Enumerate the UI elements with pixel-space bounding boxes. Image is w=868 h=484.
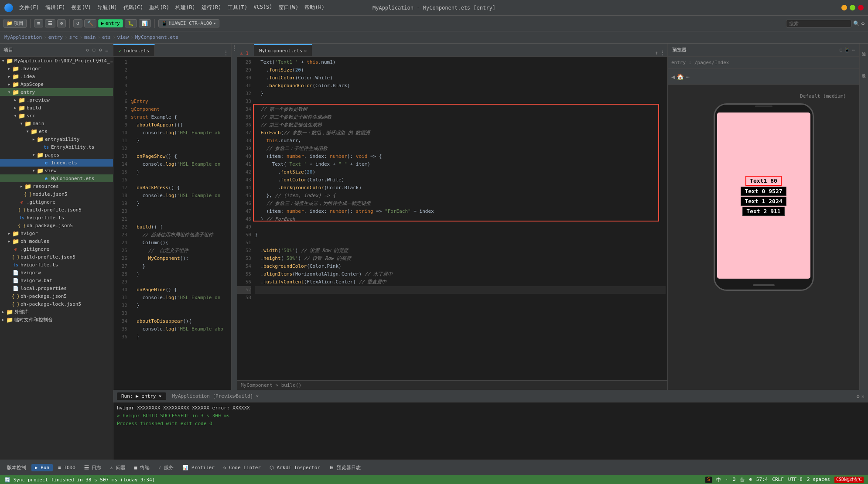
tree-item-oh-package-root[interactable]: { } oh-package.json5 [0, 292, 113, 300]
menu-window[interactable]: 窗口(W) [276, 3, 301, 12]
sidebar-toolbar-filter[interactable]: ⚙ [98, 47, 103, 53]
problems-btn[interactable]: ⚠ 问题 [107, 464, 129, 472]
tree-item-src[interactable]: ▾ 📁 src [0, 112, 113, 119]
tree-item-root-hvigorw-bat[interactable]: 📄 hvigorw.bat [0, 276, 113, 284]
arkui-inspector-btn[interactable]: ⬡ ArkUI Inspector [266, 464, 324, 471]
status-crlf[interactable]: CRLF [772, 477, 784, 483]
tree-item-appscope[interactable]: ▸ 📁 AppScope [0, 80, 113, 88]
tree-item-build[interactable]: ▸ 📁 build [0, 104, 113, 112]
preview-grid-icon[interactable]: ⊞ [840, 47, 843, 53]
tree-item-module-json[interactable]: { } module.json5 [0, 190, 113, 198]
index-tab[interactable]: ✓ Index.ets [113, 44, 155, 56]
search-input[interactable] [786, 20, 851, 27]
profiler-btn[interactable]: 📊 Profiler [179, 464, 218, 471]
breadcrumb-part-6[interactable]: MyComponent.ets [135, 34, 178, 40]
tree-item-root-build-profile[interactable]: { } build-profile.json5 [0, 253, 113, 261]
sidebar-toolbar-expand[interactable]: ⊞ [91, 47, 97, 53]
menu-nav[interactable]: 导航(N) [95, 3, 120, 12]
run-tab[interactable]: Run: ▶ entry × [117, 392, 166, 400]
menu-tools[interactable]: 工具(T) [225, 3, 250, 12]
preview-build-tab[interactable]: MyApplication [PreviewBuild] × [168, 392, 263, 400]
tree-item-resources[interactable]: ▸ 📁 resources [0, 182, 113, 190]
preview-options-icon[interactable]: ⋯ [686, 73, 689, 80]
profile-button[interactable]: 📊 [139, 19, 151, 27]
settings-icon[interactable]: ⚙ [861, 20, 865, 27]
run-btn-bottom[interactable]: ▶ Run [31, 464, 53, 471]
code-linter-btn[interactable]: ◇ Code Linter [220, 464, 264, 471]
preview-device-icon[interactable]: 📱 [844, 47, 850, 53]
tree-item-hvigor[interactable]: ▸ 📁 .hvigor [0, 65, 113, 72]
maximize-button[interactable] [850, 5, 855, 10]
todo-btn[interactable]: ≡ TODO [55, 464, 79, 471]
panel-splitter[interactable] [231, 44, 237, 390]
back-icon[interactable]: ◀ [671, 73, 675, 80]
tree-item-root[interactable]: ▾ 📁 MyApplication D:\002_Project\014_Dev… [0, 57, 113, 65]
status-position[interactable]: 57:4 [756, 477, 768, 483]
mycomp-panel-more[interactable]: ⋮ [660, 49, 666, 56]
tree-item-hvigor-root[interactable]: ▸ 📁 hvigor [0, 229, 113, 237]
tree-item-temp[interactable]: ▸ 📁 临时文件和控制台 [0, 316, 113, 324]
debug-button[interactable]: 🐛 [125, 19, 137, 27]
version-control-btn[interactable]: 版本控制 [3, 464, 30, 472]
tree-item-entry[interactable]: ▾ 📁 entry [0, 88, 113, 96]
tree-item-preview[interactable]: ▸ 📁 .preview [0, 96, 113, 104]
breadcrumb-part-2[interactable]: src [69, 34, 78, 40]
preview-more-icon[interactable]: ⋯ [852, 47, 855, 53]
index-editor-content[interactable]: 12345 678910 1112131415 1617181920 21222… [113, 57, 231, 390]
tree-item-mycomponent[interactable]: e MyComponent.ets [0, 174, 113, 182]
expand-icon[interactable]: ↑ [655, 50, 658, 56]
menu-vcs[interactable]: VCS(S) [251, 3, 275, 12]
hammer-icon[interactable]: 🔨 [84, 19, 96, 27]
toolbar-settings-icon[interactable]: ⚙ [57, 19, 66, 27]
search-icon[interactable]: 🔍 [853, 20, 860, 27]
services-btn[interactable]: ✓ 服务 [155, 464, 177, 472]
breadcrumb-part-5[interactable]: view [117, 34, 129, 40]
tree-item-gitignore[interactable]: ⊘ .gitignore [0, 198, 113, 206]
toolbar-align-icon[interactable]: ≡ [34, 19, 43, 27]
mycomp-tab[interactable]: MyComponent.ets ✕ [254, 44, 312, 56]
tree-item-view[interactable]: ▾ 📁 view [0, 167, 113, 174]
menu-run[interactable]: 运行(R) [199, 3, 224, 12]
menu-help[interactable]: 帮助(H) [302, 3, 327, 12]
status-encoding[interactable]: UTF-8 [788, 477, 803, 483]
menu-bar[interactable]: 文件(F) 编辑(E) 视图(V) 导航(N) 代码(C) 重构(R) 构建(B… [17, 3, 327, 12]
tree-item-ets[interactable]: ▾ 📁 ets [0, 127, 113, 135]
home-icon[interactable]: 🏠 [677, 73, 684, 80]
menu-code[interactable]: 代码(C) [121, 3, 146, 12]
tree-item-root-hvigorw[interactable]: 📄 hvigorw [0, 269, 113, 276]
device-selector[interactable]: 📱 HUAWEI CTR-AL00 ▾ [158, 19, 219, 27]
device-file-browser-icon[interactable]: 设备 [861, 67, 868, 74]
menu-edit[interactable]: 编辑(E) [43, 3, 68, 12]
toolbar-list-icon[interactable]: ☰ [45, 19, 55, 27]
notifications-icon[interactable]: 通知 [861, 45, 868, 52]
preview-log-btn[interactable]: 🖥 预览器日志 [325, 464, 364, 472]
tree-item-oh-package[interactable]: { } oh-package.json5 [0, 222, 113, 229]
status-indent[interactable]: 2 spaces [807, 477, 830, 483]
menu-build[interactable]: 构建(B) [173, 3, 198, 12]
breadcrumb-part-3[interactable]: main [84, 34, 96, 40]
index-panel-more[interactable]: ⋮ [223, 49, 229, 56]
tree-item-oh-modules[interactable]: ▸ 📁 oh_modules [0, 237, 113, 245]
tree-item-idea[interactable]: ▸ 📁 .idea [0, 72, 113, 80]
close-tab-icon[interactable]: ✕ [304, 48, 307, 53]
tree-item-external[interactable]: ▸ 📁 外部库 [0, 308, 113, 316]
breadcrumb-part-4[interactable]: ets [102, 34, 111, 40]
tree-item-root-gitignore[interactable]: ⊘ .gitignore [0, 245, 113, 253]
tree-item-hvigorfile[interactable]: ts hvigorfile.ts [0, 214, 113, 222]
run-button[interactable]: ▶ entry [98, 19, 123, 27]
sidebar-toolbar-sync[interactable]: ↺ [85, 47, 91, 53]
index-code-area[interactable]: @Entry @Component struct Example { about… [129, 57, 231, 390]
project-btn[interactable]: 📁 项目 [3, 19, 27, 28]
tree-item-oh-package-lock[interactable]: { } oh-package-lock.json5 [0, 300, 113, 308]
terminal-btn[interactable]: ■ 终端 [131, 464, 153, 472]
minimize-button[interactable] [841, 5, 847, 10]
menu-refactor[interactable]: 重构(R) [147, 3, 172, 12]
menu-file[interactable]: 文件(F) [17, 3, 42, 12]
tree-item-build-profile[interactable]: { } build-profile.json5 [0, 206, 113, 214]
settings-icon[interactable]: ⚙ [857, 393, 860, 399]
tree-item-main[interactable]: ▾ 📁 main [0, 119, 113, 127]
menu-view[interactable]: 视图(V) [68, 3, 94, 12]
breadcrumb-part-0[interactable]: MyApplication [4, 34, 42, 40]
close-panel-icon[interactable]: ✕ [861, 393, 865, 399]
breadcrumb-part-1[interactable]: entry [48, 34, 63, 40]
